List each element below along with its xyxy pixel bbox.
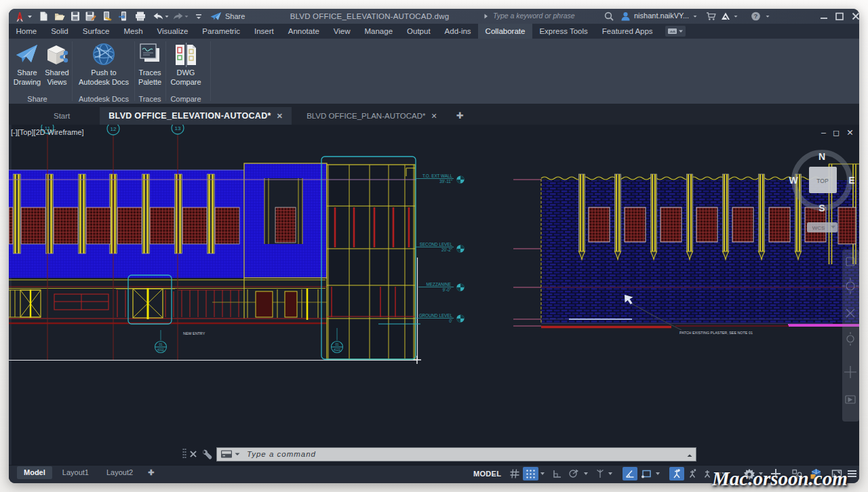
svg-text:12: 12: [111, 126, 117, 132]
svg-text:E: E: [848, 175, 854, 186]
svg-text:13: 13: [175, 125, 181, 131]
svg-text:GROUND LEVEL: GROUND LEVEL: [419, 313, 453, 318]
svg-text:PATCH EXISTING PLASTER, SEE NO: PATCH EXISTING PLASTER, SEE NOTE 01: [679, 331, 753, 335]
svg-text:20'-2": 20'-2": [441, 247, 452, 252]
svg-text:01: 01: [159, 343, 163, 346]
svg-text:4311: 4311: [157, 348, 164, 352]
svg-text:T.O. EXT WALL: T.O. EXT WALL: [422, 173, 453, 178]
svg-text:W: W: [789, 175, 798, 186]
svg-text:N: N: [818, 151, 825, 162]
svg-text:01: 01: [335, 343, 339, 346]
svg-text:S: S: [818, 203, 825, 213]
svg-text:4122: 4122: [334, 348, 341, 352]
svg-text:TOP: TOP: [816, 178, 829, 184]
svg-text:SECOND LEVEL: SECOND LEVEL: [420, 242, 453, 247]
svg-text:?: ?: [754, 12, 758, 20]
svg-text:0': 0': [449, 319, 452, 323]
svg-text:WCS: WCS: [812, 225, 825, 231]
svg-text:NEW ENTRY: NEW ENTRY: [183, 331, 205, 335]
svg-text:39'-11": 39'-11": [439, 179, 452, 184]
svg-text:MEZZANINE: MEZZANINE: [427, 282, 451, 287]
svg-text:9'-0": 9'-0": [442, 287, 451, 292]
